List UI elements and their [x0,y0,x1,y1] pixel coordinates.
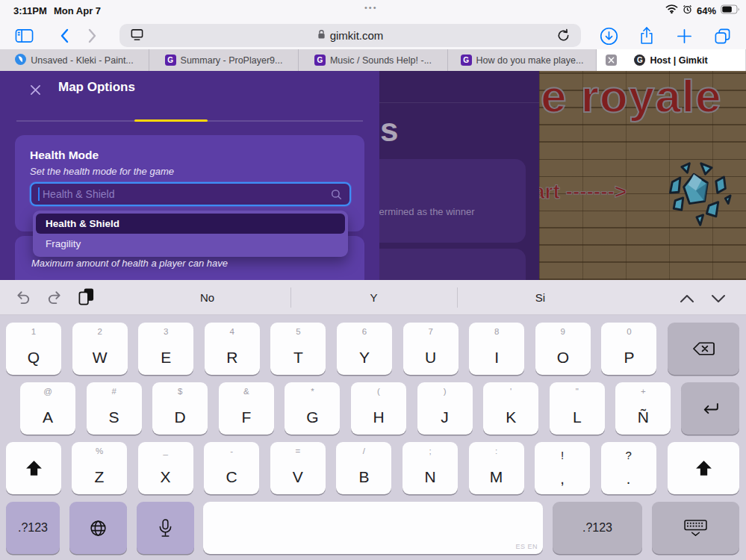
field-next-icon[interactable] [711,293,726,306]
key-y[interactable]: 6Y [337,323,392,375]
key-h[interactable]: (H [351,382,406,435]
key-n[interactable]: ;N [402,442,458,494]
key-j[interactable]: )J [417,382,473,435]
symbols-key-right[interactable]: .?123 [553,502,642,554]
tab-how-do-you[interactable]: G How do you make playe... [448,49,597,71]
reload-icon[interactable] [556,28,571,46]
backspace-key[interactable] [668,323,739,375]
background-page: s termined as the winner e royale art --… [379,71,746,280]
sidebar-icon[interactable] [15,26,34,46]
paste-icon[interactable] [78,287,95,309]
key-i[interactable]: 8I [469,323,524,375]
key-q[interactable]: 1Q [6,323,61,375]
search-icon [331,189,342,203]
onscreen-keyboard: No Y Si 1Q2W3E4R5T6Y7U8I9O0P@A#S$D&F*G(H… [0,280,746,560]
dismiss-keyboard-key[interactable] [652,502,739,554]
new-tab-icon[interactable] [677,26,692,46]
key-l[interactable]: "L [550,382,605,435]
tab-kleki[interactable]: Unsaved - Kleki - Paint... [0,49,149,71]
globe-key[interactable] [69,502,127,554]
shift-key-right[interactable] [668,442,739,494]
key-label: D [152,408,208,426]
tabs-icon[interactable] [714,26,731,46]
key-hint: / [336,447,391,455]
input-placeholder: Health & Shield [43,188,115,200]
key-s[interactable]: #S [87,382,142,435]
space-locale-label: ES EN [515,543,538,550]
suggestion-1[interactable]: No [124,280,290,315]
key-n-tilde[interactable]: +Ñ [615,382,671,435]
key-hint: 6 [337,327,392,336]
share-icon[interactable] [639,26,654,46]
suggestion-2[interactable]: Y [290,280,457,315]
download-icon[interactable] [600,26,618,46]
tab-close-button[interactable] [606,55,617,66]
key-k[interactable]: 'K [483,382,538,435]
key-label: M [469,468,524,486]
tab-host-gimkit[interactable]: G Host | Gimkit [597,49,745,71]
back-icon[interactable] [60,26,69,46]
key-a[interactable]: @A [20,382,75,435]
key-g[interactable]: *G [285,382,340,435]
option-fragility[interactable]: Fragility [36,234,345,254]
forward-icon[interactable] [88,26,97,46]
key-x[interactable]: _X [138,442,193,494]
tab-title: Music / Sounds Help! -... [330,55,432,66]
key-f[interactable]: &F [219,382,274,435]
key-hint: + [615,387,671,396]
shift-key-left[interactable] [6,442,61,494]
key-period[interactable]: ?. [601,442,656,494]
key-d[interactable]: $D [152,382,208,435]
active-tab-indicator [134,119,208,122]
key-c[interactable]: -C [204,442,259,494]
field-prev-icon[interactable] [680,293,694,306]
key-comma[interactable]: !, [535,442,590,494]
key-label: G [285,408,340,426]
suggestion-3[interactable]: Si [457,280,624,315]
key-z[interactable]: %Z [72,442,127,494]
health-mode-dropdown: Health & Shield Fragility [33,211,348,257]
symbols-key-left[interactable]: .?123 [6,502,60,554]
alarm-icon [683,4,692,17]
undo-icon[interactable] [15,289,32,308]
tab-music-sounds[interactable]: G Music / Sounds Help! -... [299,49,448,71]
dictation-key[interactable] [137,502,194,554]
key-u[interactable]: 7U [403,323,459,375]
key-t[interactable]: 5T [270,323,326,375]
key-label: Q [6,349,61,367]
return-key[interactable] [681,382,739,435]
redo-icon[interactable] [46,289,63,308]
key-label: F [219,408,274,426]
key-hint: 8 [469,327,524,336]
key-hint: # [87,387,142,396]
modal-title: Map Options [58,80,135,95]
key-w[interactable]: 2W [72,323,128,375]
health-mode-input[interactable]: Health & Shield [30,182,351,206]
key-r[interactable]: 4R [205,323,260,375]
key-label: U [403,349,459,367]
page-heading-fragment: s [380,111,398,149]
key-e[interactable]: 3E [138,323,193,375]
key-label: C [204,468,259,486]
key-label: S [87,408,142,426]
key-label: K [483,408,538,426]
gems-graphic [660,161,732,231]
key-m[interactable]: :M [469,442,524,494]
space-key[interactable]: ES EN [203,502,543,554]
web-content: s termined as the winner e royale art --… [0,71,746,280]
key-b[interactable]: /B [336,442,391,494]
key-p[interactable]: 0P [601,323,656,375]
tab-summary[interactable]: G Summary - ProPlayer9... [149,49,299,71]
option-health-and-shield[interactable]: Health & Shield [36,214,345,234]
key-hint: 1 [6,327,61,336]
key-v[interactable]: =V [270,442,326,494]
key-hint: 3 [138,327,193,336]
modal-close-button[interactable] [27,81,43,98]
key-hint: 4 [205,327,260,336]
key-label: B [336,468,391,486]
backspace-icon [692,340,715,357]
globe-icon [89,519,108,538]
address-bar[interactable]: gimkit.com [119,24,581,47]
key-hint: ; [402,447,458,455]
key-o[interactable]: 9O [535,323,591,375]
